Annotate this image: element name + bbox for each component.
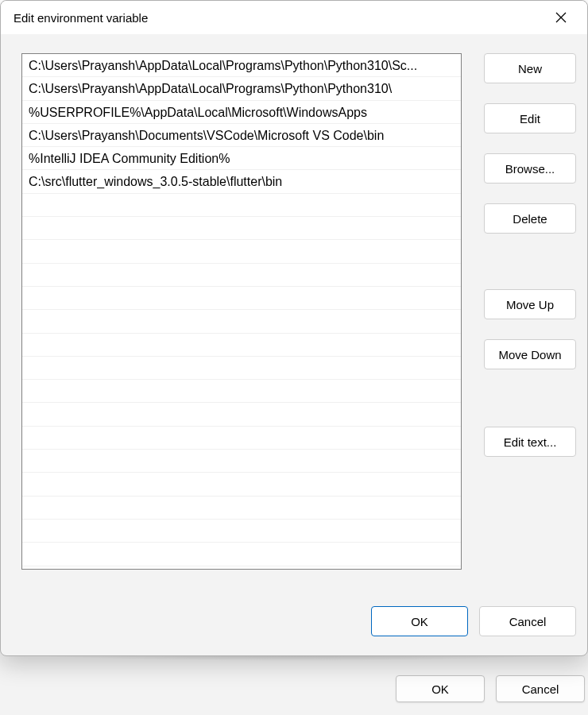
path-list-item[interactable] (22, 194, 461, 217)
path-list-item[interactable] (22, 450, 461, 473)
path-list-item[interactable] (22, 310, 461, 333)
new-button[interactable]: New (484, 53, 576, 83)
path-list-item[interactable]: C:\src\flutter_windows_3.0.5-stable\flut… (22, 170, 461, 193)
titlebar: Edit environment variable (1, 1, 587, 34)
ok-button[interactable]: OK (371, 606, 468, 636)
edit-button[interactable]: Edit (484, 103, 576, 133)
side-button-panel: New Edit Browse... Delete Move Up Move D… (484, 53, 576, 590)
path-list-item[interactable] (22, 334, 461, 357)
path-list-item[interactable] (22, 403, 461, 426)
path-list-item[interactable] (22, 380, 461, 403)
path-list-item[interactable]: C:\Users\Prayansh\AppData\Local\Programs… (22, 77, 461, 100)
path-list-item[interactable]: %USERPROFILE%\AppData\Local\Microsoft\Wi… (22, 101, 461, 124)
path-list-item[interactable]: C:\Users\Prayansh\Documents\VSCode\Micro… (22, 124, 461, 147)
close-button[interactable] (543, 5, 579, 30)
cancel-button[interactable]: Cancel (479, 606, 576, 636)
dialog-content: C:\Users\Prayansh\AppData\Local\Programs… (1, 34, 587, 590)
close-icon (555, 12, 567, 23)
move-down-button[interactable]: Move Down (484, 339, 576, 369)
browse-button[interactable]: Browse... (484, 153, 576, 184)
path-list-item[interactable] (22, 264, 461, 287)
path-list-item[interactable] (22, 427, 461, 450)
path-list-item[interactable] (22, 217, 461, 240)
path-list-item[interactable] (22, 497, 461, 520)
parent-cancel-button[interactable]: Cancel (496, 675, 585, 702)
path-list-item[interactable] (22, 520, 461, 543)
path-list-item[interactable] (22, 357, 461, 380)
dialog-footer: OK Cancel (1, 590, 587, 655)
path-list-item[interactable] (22, 473, 461, 496)
path-list-item[interactable] (22, 543, 461, 566)
dialog-title: Edit environment variable (14, 11, 543, 25)
edit-env-variable-dialog: Edit environment variable C:\Users\Praya… (0, 0, 588, 656)
path-list-item[interactable] (22, 287, 461, 310)
delete-button[interactable]: Delete (484, 203, 576, 234)
move-up-button[interactable]: Move Up (484, 289, 576, 319)
path-list[interactable]: C:\Users\Prayansh\AppData\Local\Programs… (21, 53, 462, 570)
path-list-item[interactable]: C:\Users\Prayansh\AppData\Local\Programs… (22, 54, 461, 77)
parent-ok-button[interactable]: OK (396, 675, 485, 702)
edit-text-button[interactable]: Edit text... (484, 427, 576, 457)
path-list-item[interactable] (22, 240, 461, 263)
path-list-item[interactable]: %IntelliJ IDEA Community Edition% (22, 147, 461, 170)
